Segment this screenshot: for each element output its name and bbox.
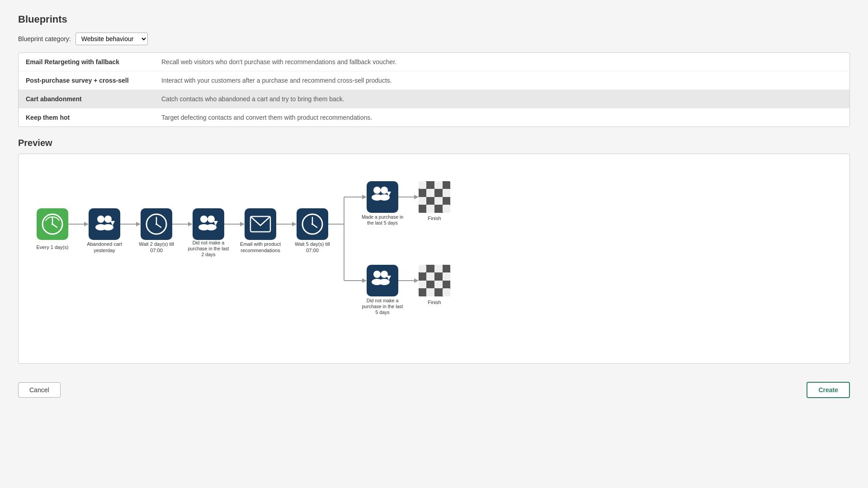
svg-rect-107: [426, 281, 434, 288]
blueprint-name: Keep them hot: [26, 114, 161, 121]
svg-marker-37: [240, 222, 245, 226]
svg-text:the last 5 days: the last 5 days: [367, 220, 398, 225]
svg-text:purchase in the last: purchase in the last: [188, 246, 229, 251]
svg-point-31: [206, 224, 217, 230]
svg-rect-38: [245, 208, 276, 240]
svg-text:07:00: 07:00: [306, 248, 319, 253]
svg-point-28: [200, 216, 208, 223]
svg-text:Made a purchase in: Made a purchase in: [362, 214, 403, 220]
svg-text:Wait 5 day(s) till: Wait 5 day(s) till: [295, 241, 330, 247]
svg-text:recommendations: recommendations: [241, 248, 280, 253]
svg-rect-103: [426, 272, 434, 281]
svg-rect-110: [419, 288, 426, 296]
svg-rect-104: [434, 272, 443, 281]
blueprint-name: Cart abandonment: [26, 95, 161, 103]
blueprint-desc: Recall web visitors who don't purchase w…: [161, 58, 842, 66]
blueprint-desc: Catch contacts who abandoned a cart and …: [161, 95, 842, 103]
svg-rect-74: [426, 189, 434, 197]
svg-rect-27: [193, 208, 224, 240]
page-title: Blueprints: [18, 14, 850, 25]
svg-point-4: [52, 223, 53, 225]
svg-text:5 days: 5 days: [376, 310, 390, 315]
svg-text:yesterday: yesterday: [94, 248, 115, 253]
blueprint-row-cart-abandonment[interactable]: Cart abandonment Catch contacts who aban…: [19, 90, 849, 108]
svg-point-10: [104, 216, 112, 223]
svg-point-62: [379, 194, 390, 201]
svg-marker-26: [188, 222, 193, 226]
preview-box: Every 1 day(s) Abandoned cart yesterday …: [18, 154, 850, 364]
svg-rect-76: [443, 189, 450, 197]
create-button[interactable]: Create: [807, 382, 850, 398]
svg-rect-105: [443, 272, 450, 281]
svg-point-87: [373, 271, 381, 278]
svg-point-22: [156, 223, 157, 225]
svg-rect-72: [443, 181, 450, 189]
svg-rect-112: [434, 288, 443, 296]
svg-text:Wait 2 day(s) till: Wait 2 day(s) till: [139, 241, 174, 247]
category-select[interactable]: Website behaviour Email campaigns Transa…: [75, 33, 148, 45]
svg-rect-8: [89, 208, 120, 240]
svg-point-90: [379, 279, 390, 285]
svg-rect-102: [419, 272, 426, 281]
svg-rect-83: [434, 205, 443, 213]
svg-text:Abandoned cart: Abandoned cart: [87, 241, 122, 247]
svg-rect-84: [443, 205, 450, 213]
svg-text:2 days: 2 days: [202, 252, 216, 257]
svg-marker-96: [414, 278, 419, 283]
blueprint-desc: Interact with your customers after a pur…: [161, 77, 842, 84]
preview-title: Preview: [18, 138, 850, 148]
category-row: Blueprint category: Website behaviour Em…: [18, 33, 850, 45]
svg-rect-101: [443, 265, 450, 272]
blueprint-name: Email Retargeting with fallback: [26, 58, 161, 66]
svg-marker-17: [136, 222, 141, 226]
svg-rect-81: [419, 205, 426, 213]
blueprint-row-post-purchase[interactable]: Post-purchase survey + cross-sell Intera…: [19, 71, 849, 90]
blueprints-table: Email Retargeting with fallback Recall w…: [18, 52, 850, 127]
svg-rect-73: [419, 189, 426, 197]
svg-point-59: [373, 187, 381, 194]
svg-rect-71: [434, 181, 443, 189]
svg-rect-113: [443, 288, 450, 296]
svg-text:Email with product: Email with product: [240, 241, 281, 247]
svg-marker-7: [84, 222, 89, 226]
svg-rect-108: [434, 281, 443, 288]
footer-buttons: Cancel Create: [18, 377, 850, 403]
svg-text:Finish: Finish: [428, 300, 441, 305]
svg-point-88: [381, 271, 388, 278]
svg-point-60: [381, 187, 388, 194]
svg-text:purchase in the last: purchase in the last: [362, 304, 403, 309]
blueprint-row-email-retargeting[interactable]: Email Retargeting with fallback Recall w…: [19, 53, 849, 71]
svg-text:Did not make a: Did not make a: [367, 298, 399, 303]
svg-rect-80: [443, 197, 450, 205]
svg-rect-75: [434, 189, 443, 197]
blueprint-name: Post-purchase survey + cross-sell: [26, 77, 161, 84]
svg-rect-98: [419, 265, 426, 272]
cancel-button[interactable]: Cancel: [18, 382, 61, 398]
svg-rect-109: [443, 281, 450, 288]
flow-diagram: Every 1 day(s) Abandoned cart yesterday …: [32, 172, 638, 344]
svg-text:Every 1 day(s): Every 1 day(s): [37, 244, 69, 250]
svg-marker-67: [414, 195, 419, 199]
svg-rect-82: [426, 205, 434, 213]
svg-marker-54: [362, 195, 367, 199]
svg-point-29: [208, 216, 215, 223]
svg-point-48: [311, 223, 313, 225]
svg-rect-100: [434, 265, 443, 272]
svg-rect-79: [434, 197, 443, 205]
svg-text:Did not make a: Did not make a: [193, 240, 225, 245]
svg-marker-43: [292, 222, 297, 226]
svg-rect-69: [419, 181, 426, 189]
blueprint-row-keep-hot[interactable]: Keep them hot Target defecting contacts …: [19, 108, 849, 127]
svg-point-12: [103, 224, 113, 230]
svg-text:Finish: Finish: [428, 216, 441, 221]
svg-rect-70: [426, 181, 434, 189]
svg-rect-78: [426, 197, 434, 205]
svg-marker-57: [362, 278, 367, 283]
svg-text:07:00: 07:00: [150, 248, 163, 253]
svg-rect-99: [426, 265, 434, 272]
svg-point-9: [97, 216, 104, 223]
category-label: Blueprint category:: [18, 35, 71, 42]
svg-rect-106: [419, 281, 426, 288]
blueprint-desc: Target defecting contacts and convert th…: [161, 114, 842, 121]
svg-rect-77: [419, 197, 426, 205]
